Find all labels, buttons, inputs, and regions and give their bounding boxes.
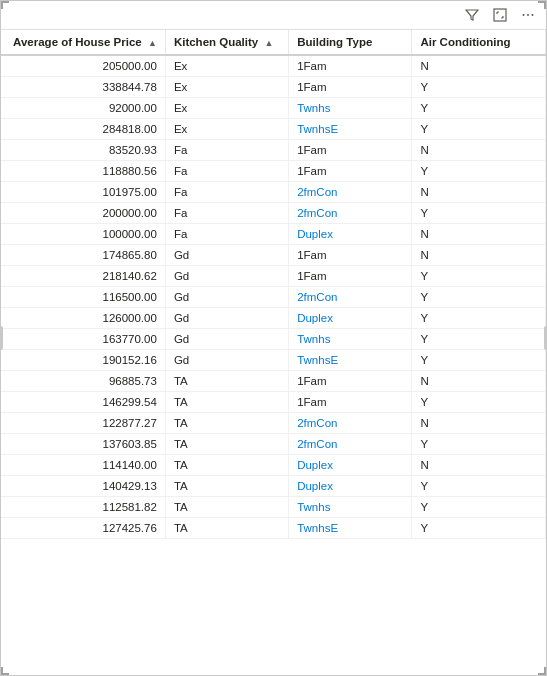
cell-building[interactable]: 2fmCon xyxy=(289,434,412,455)
table-row: 190152.16GdTwnhsEY xyxy=(1,350,546,371)
table-row: 163770.00GdTwnhsY xyxy=(1,329,546,350)
cell-price: 140429.13 xyxy=(1,476,165,497)
cell-building[interactable]: Duplex xyxy=(289,224,412,245)
svg-point-2 xyxy=(527,14,529,16)
cell-kitchen: Fa xyxy=(165,140,288,161)
table-row: 83520.93Fa1FamN xyxy=(1,140,546,161)
table-row: 101975.00Fa2fmConN xyxy=(1,182,546,203)
table-header-row: Average of House Price ▲ Kitchen Quality… xyxy=(1,30,546,55)
cell-price: 92000.00 xyxy=(1,98,165,119)
cell-kitchen: Fa xyxy=(165,182,288,203)
cell-ac: Y xyxy=(412,476,546,497)
cell-kitchen: TA xyxy=(165,518,288,539)
cell-kitchen: Gd xyxy=(165,350,288,371)
corner-bracket-tl xyxy=(1,1,9,9)
table-row: 126000.00GdDuplexY xyxy=(1,308,546,329)
cell-ac: Y xyxy=(412,287,546,308)
cell-price: 83520.93 xyxy=(1,140,165,161)
data-table: Average of House Price ▲ Kitchen Quality… xyxy=(1,30,546,539)
col-header-kitchen[interactable]: Kitchen Quality ▲ xyxy=(165,30,288,55)
cell-building[interactable]: TwnhsE xyxy=(289,119,412,140)
col-header-ac[interactable]: Air Conditioning xyxy=(412,30,546,55)
cell-kitchen: Fa xyxy=(165,203,288,224)
cell-building: 1Fam xyxy=(289,245,412,266)
corner-bracket-br xyxy=(538,667,546,675)
cell-price: 338844.78 xyxy=(1,77,165,98)
cell-building[interactable]: 2fmCon xyxy=(289,287,412,308)
cell-price: 118880.56 xyxy=(1,161,165,182)
cell-ac: Y xyxy=(412,497,546,518)
table-row: 118880.56Fa1FamY xyxy=(1,161,546,182)
cell-building[interactable]: TwnhsE xyxy=(289,350,412,371)
cell-kitchen: TA xyxy=(165,455,288,476)
cell-price: 116500.00 xyxy=(1,287,165,308)
table-row: 100000.00FaDuplexN xyxy=(1,224,546,245)
cell-building[interactable]: Duplex xyxy=(289,308,412,329)
table-row: 140429.13TADuplexY xyxy=(1,476,546,497)
cell-ac: Y xyxy=(412,266,546,287)
table-row: 284818.00ExTwnhsEY xyxy=(1,119,546,140)
table-row: 218140.62Gd1FamY xyxy=(1,266,546,287)
cell-ac: N xyxy=(412,140,546,161)
cell-kitchen: Gd xyxy=(165,287,288,308)
cell-building[interactable]: Twnhs xyxy=(289,98,412,119)
cell-building[interactable]: Duplex xyxy=(289,476,412,497)
cell-building[interactable]: 2fmCon xyxy=(289,413,412,434)
cell-kitchen: Ex xyxy=(165,55,288,77)
table-row: 92000.00ExTwnhsY xyxy=(1,98,546,119)
cell-kitchen: TA xyxy=(165,413,288,434)
cell-building[interactable]: 2fmCon xyxy=(289,203,412,224)
corner-bracket-bl xyxy=(1,667,9,675)
col-label-building: Building Type xyxy=(297,36,372,48)
cell-kitchen: Gd xyxy=(165,266,288,287)
cell-price: 137603.85 xyxy=(1,434,165,455)
cell-ac: Y xyxy=(412,119,546,140)
filter-icon[interactable] xyxy=(462,5,482,25)
cell-price: 284818.00 xyxy=(1,119,165,140)
cell-building[interactable]: Duplex xyxy=(289,455,412,476)
svg-point-1 xyxy=(523,14,525,16)
expand-icon[interactable] xyxy=(490,5,510,25)
cell-building[interactable]: Twnhs xyxy=(289,497,412,518)
cell-price: 205000.00 xyxy=(1,55,165,77)
more-options-icon[interactable] xyxy=(518,5,538,25)
col-label-ac: Air Conditioning xyxy=(420,36,510,48)
cell-ac: N xyxy=(412,55,546,77)
table-row: 127425.76TATwnhsEY xyxy=(1,518,546,539)
resize-handle-left[interactable] xyxy=(0,326,3,350)
table-row: 200000.00Fa2fmConY xyxy=(1,203,546,224)
cell-building: 1Fam xyxy=(289,392,412,413)
cell-building[interactable]: TwnhsE xyxy=(289,518,412,539)
cell-kitchen: Ex xyxy=(165,119,288,140)
cell-building: 1Fam xyxy=(289,371,412,392)
cell-ac: Y xyxy=(412,161,546,182)
table-row: 96885.73TA1FamN xyxy=(1,371,546,392)
cell-kitchen: TA xyxy=(165,371,288,392)
cell-ac: N xyxy=(412,224,546,245)
table-wrapper[interactable]: Average of House Price ▲ Kitchen Quality… xyxy=(1,29,546,675)
cell-building: 1Fam xyxy=(289,140,412,161)
cell-ac: N xyxy=(412,413,546,434)
cell-price: 146299.54 xyxy=(1,392,165,413)
cell-building[interactable]: 2fmCon xyxy=(289,182,412,203)
col-header-price[interactable]: Average of House Price ▲ xyxy=(1,30,165,55)
cell-price: 101975.00 xyxy=(1,182,165,203)
cell-ac: Y xyxy=(412,98,546,119)
table-row: 137603.85TA2fmConY xyxy=(1,434,546,455)
cell-price: 218140.62 xyxy=(1,266,165,287)
cell-ac: N xyxy=(412,182,546,203)
cell-price: 127425.76 xyxy=(1,518,165,539)
cell-kitchen: Ex xyxy=(165,98,288,119)
table-row: 112581.82TATwnhsY xyxy=(1,497,546,518)
table-visual: Average of House Price ▲ Kitchen Quality… xyxy=(0,0,547,676)
cell-building: 1Fam xyxy=(289,266,412,287)
col-header-building[interactable]: Building Type xyxy=(289,30,412,55)
svg-rect-0 xyxy=(494,9,506,21)
table-row: 205000.00Ex1FamN xyxy=(1,55,546,77)
cell-ac: Y xyxy=(412,518,546,539)
sort-icon-price: ▲ xyxy=(148,38,157,48)
cell-kitchen: Gd xyxy=(165,329,288,350)
cell-price: 174865.80 xyxy=(1,245,165,266)
cell-building[interactable]: Twnhs xyxy=(289,329,412,350)
table-row: 174865.80Gd1FamN xyxy=(1,245,546,266)
